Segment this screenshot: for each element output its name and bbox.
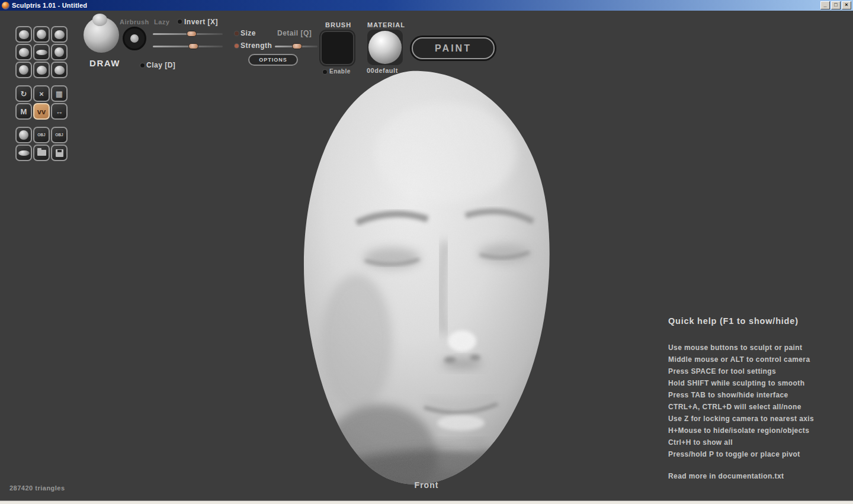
- subdivide-all-icon: ▦: [56, 90, 63, 98]
- new-sphere-button[interactable]: [15, 127, 32, 143]
- pinch-tool-icon: [37, 66, 47, 75]
- open-file-button[interactable]: [33, 145, 50, 161]
- inflate-tool-icon: [19, 65, 28, 75]
- help-line: Use mouse buttons to sculpt or paint: [668, 342, 849, 354]
- draw-tool-button[interactable]: [15, 44, 32, 60]
- draw-tool-label: DRAW: [86, 58, 123, 68]
- airbrush-falloff-preview[interactable]: [123, 27, 146, 50]
- pinch-tool-button[interactable]: [33, 62, 50, 78]
- save-file-button[interactable]: [51, 145, 68, 161]
- quick-help-title: Quick help (F1 to show/hide): [668, 316, 849, 326]
- draw-tool-icon: [19, 48, 29, 57]
- sculptris-window: Sculptris 1.01 - Untitled _ □ ×: [0, 0, 853, 504]
- help-line: Ctrl+H to show all: [668, 436, 849, 448]
- inflate-tool-button[interactable]: [15, 62, 32, 78]
- brush-enable-radio[interactable]: [323, 70, 327, 74]
- smooth-tool-button[interactable]: [51, 62, 68, 78]
- brush-texture-slot[interactable]: [320, 31, 354, 65]
- clay-label: Clay [D]: [146, 61, 175, 69]
- help-line: Use Z for locking camera to nearest axis: [668, 413, 849, 425]
- size-slider-handle[interactable]: [187, 31, 197, 37]
- strength-slider-track[interactable]: [153, 46, 223, 47]
- mask-toggle-button[interactable]: M: [15, 103, 32, 120]
- invert-radio[interactable]: [178, 20, 182, 24]
- crease-tool-icon: [19, 30, 29, 39]
- quick-help-panel: Quick help (F1 to show/hide) Use mouse b…: [668, 316, 849, 480]
- help-line: CTRL+A, CTRL+D will select all/none: [668, 401, 849, 413]
- material-name: 00default: [367, 67, 398, 74]
- material-slot[interactable]: [367, 30, 403, 65]
- export-obj-button[interactable]: OBJ: [51, 127, 68, 143]
- strength-slider-handle[interactable]: [188, 43, 198, 49]
- crease-tool-button[interactable]: [15, 26, 32, 43]
- lazy-label[interactable]: Lazy: [154, 18, 169, 25]
- window-title: Sculptris 1.01 - Untitled: [12, 2, 87, 9]
- size-label: Size: [240, 29, 256, 37]
- scale-tool-button[interactable]: [51, 26, 68, 43]
- rotate-tool-icon: [37, 30, 46, 39]
- sculpt-tool-group: [15, 26, 68, 78]
- strength-radio[interactable]: [235, 44, 239, 48]
- mesh-option-group: ↻×▦Mvv↔: [15, 85, 68, 120]
- quick-help-footer: Read more in documentation.txt: [668, 472, 849, 480]
- help-line: Press/hold P to toggle or place pivot: [668, 448, 849, 460]
- flatten-tool-button[interactable]: [33, 44, 50, 60]
- rotate-tool-button[interactable]: [33, 26, 50, 43]
- restore-button[interactable]: □: [831, 1, 841, 9]
- minimize-button[interactable]: _: [820, 1, 830, 9]
- horizontal-scrollbar[interactable]: [0, 500, 853, 504]
- import-obj-button[interactable]: OBJ: [33, 127, 50, 143]
- size-radio[interactable]: [235, 31, 239, 36]
- clay-radio[interactable]: [140, 63, 145, 68]
- brush-section-label: BRUSH: [325, 21, 351, 28]
- reduce-selected-icon: ↻: [21, 90, 27, 98]
- symmetry-toggle-button[interactable]: ↔: [51, 103, 68, 120]
- grab-tool-button[interactable]: [51, 44, 68, 60]
- 3d-viewport-model[interactable]: [268, 64, 585, 497]
- import-obj-icon: OBJ: [37, 133, 45, 137]
- flatten-tool-icon: [36, 50, 47, 55]
- smooth-tool-icon: [54, 66, 65, 75]
- help-line: Hold SHIFT while sculpting to smooth: [668, 377, 849, 389]
- mask-toggle-icon: M: [21, 108, 27, 115]
- options-button[interactable]: OPTIONS: [248, 54, 298, 66]
- grab-tool-icon: [54, 47, 64, 57]
- detail-slider-handle[interactable]: [292, 43, 302, 49]
- title-bar[interactable]: Sculptris 1.01 - Untitled _ □ ×: [0, 0, 853, 11]
- brush-preview-sphere[interactable]: [84, 17, 119, 53]
- strength-label: Strength: [240, 41, 272, 50]
- reduce-selected-button[interactable]: ↻: [15, 85, 32, 102]
- brush-enable-label: Enable: [329, 68, 351, 75]
- quick-help-lines: Use mouse buttons to sculpt or paintMidd…: [668, 342, 849, 460]
- symmetry-toggle-icon: ↔: [56, 108, 63, 115]
- export-obj-icon: OBJ: [55, 133, 63, 137]
- file-tool-group: OBJOBJ: [15, 127, 68, 161]
- clear-mask-button[interactable]: ×: [33, 85, 50, 102]
- triangle-count: 287420 triangles: [9, 484, 65, 492]
- clear-mask-icon: ×: [39, 90, 44, 98]
- save-file-icon: [56, 149, 63, 157]
- paint-mode-button[interactable]: PAINT: [412, 37, 495, 59]
- new-plane-icon: [18, 150, 30, 156]
- material-sphere-icon: [368, 31, 402, 64]
- app-icon: [2, 2, 9, 9]
- view-orientation-label: Front: [390, 480, 463, 490]
- close-button[interactable]: ×: [842, 1, 851, 9]
- material-section-label: MATERIAL: [367, 21, 405, 28]
- window-controls: _ □ ×: [820, 1, 851, 9]
- detail-label: Detail [Q]: [277, 29, 312, 37]
- wireframe-toggle-button[interactable]: vv: [33, 103, 50, 120]
- new-sphere-icon: [19, 130, 28, 140]
- invert-label: Invert [X]: [184, 18, 218, 26]
- scale-tool-icon: [54, 30, 65, 39]
- airbrush-label[interactable]: Airbrush: [120, 18, 149, 25]
- subdivide-all-button[interactable]: ▦: [51, 85, 68, 102]
- open-file-icon: [37, 150, 46, 156]
- new-plane-button[interactable]: [15, 145, 32, 161]
- help-line: H+Mouse to hide/isolate region/objects: [668, 425, 849, 436]
- help-line: Press SPACE for tool settings: [668, 365, 849, 377]
- wireframe-toggle-icon: vv: [37, 108, 46, 115]
- help-line: Press TAB to show/hide interface: [668, 389, 849, 401]
- help-line: Middle mouse or ALT to control camera: [668, 354, 849, 365]
